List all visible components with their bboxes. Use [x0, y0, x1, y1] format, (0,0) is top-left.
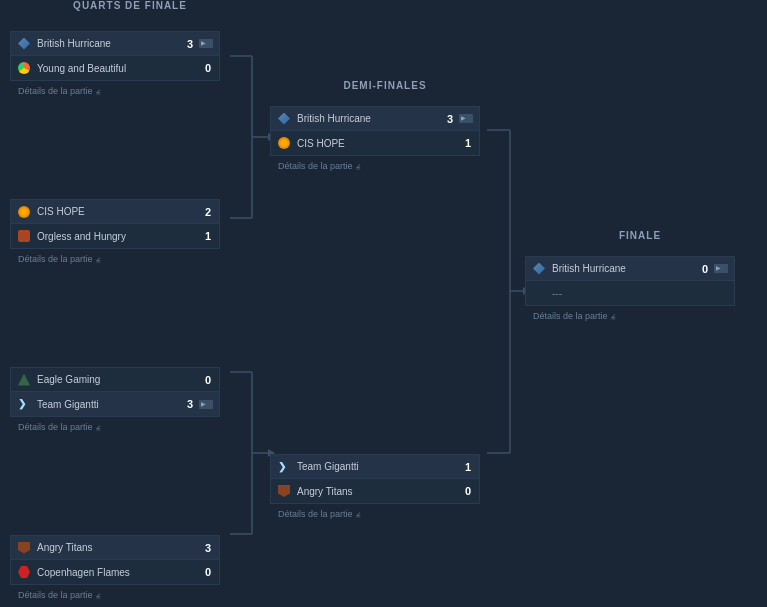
qf2-team1-score: 2	[197, 206, 211, 218]
qf2-team2-row: Orgless and Hungry 1	[11, 224, 219, 248]
qf4-team2-name: Copenhagen Flames	[37, 567, 197, 578]
qf2-chevron: ⦤	[96, 254, 101, 264]
f1-team1-name: British Hurricane	[552, 263, 694, 274]
qf3-team2-score: 3	[179, 398, 193, 410]
sf1-details-label: Détails de la partie	[278, 161, 353, 171]
f1-team1-row: British Hurricane 0	[526, 257, 734, 281]
eagle-icon-qf3t1	[17, 373, 31, 387]
sf1-team1-name: British Hurricane	[297, 113, 439, 124]
f1-team1-score: 0	[694, 263, 708, 275]
qf1-team2-name: Young and Beautiful	[37, 63, 197, 74]
qf2-details[interactable]: Détails de la partie ⦤	[10, 251, 250, 267]
sf2-team1-row: ❯ Team Gigantti 1	[271, 455, 479, 479]
sf2-team1-name: Team Gigantti	[297, 461, 457, 472]
sf-title: DEMI-FINALES	[270, 80, 500, 91]
qf1-details-label: Détails de la partie	[18, 86, 93, 96]
qf1-team1-row: British Hurricane 3	[11, 32, 219, 56]
qf2-team1-row: CIS HOPE 2	[11, 200, 219, 224]
angry-icon-qf4t1	[17, 541, 31, 555]
qf2-team1-name: CIS HOPE	[37, 206, 197, 217]
f-title: FINALE	[525, 230, 755, 241]
qf4-team1-row: Angry Titans 3	[11, 536, 219, 560]
qf3-team2-row: ❯ Team Gigantti 3	[11, 392, 219, 416]
sf1-team2-row: CIS HOPE 1	[271, 131, 479, 155]
qf-match-4: Angry Titans 3 Copenhagen Flames 0 Détai…	[10, 535, 250, 603]
qf3-team1-row: Eagle Gaming 0	[11, 368, 219, 392]
f1-details[interactable]: Détails de la partie ⦤	[525, 308, 755, 324]
orgless-icon-qf2t2	[17, 229, 31, 243]
sf2-team1-score: 1	[457, 461, 471, 473]
qf4-team2-score: 0	[197, 566, 211, 578]
sf2-team2-row: Angry Titans 0	[271, 479, 479, 503]
qf2-team2-score: 1	[197, 230, 211, 242]
qf3-team2-name: Team Gigantti	[37, 399, 179, 410]
f1-details-label: Détails de la partie	[533, 311, 608, 321]
qf-title: QUARTS DE FINALE	[10, 0, 250, 11]
cph-icon-qf4t2	[17, 565, 31, 579]
gigantti-icon-sf2t1: ❯	[277, 460, 291, 474]
qf4-details-label: Détails de la partie	[18, 590, 93, 600]
qf4-team2-row: Copenhagen Flames 0	[11, 560, 219, 584]
sf1-team2-score: 1	[457, 137, 471, 149]
f1-chevron: ⦤	[611, 311, 616, 321]
none-icon-f1t2	[532, 286, 546, 300]
gigantti-icon-qf3t2: ❯	[17, 397, 31, 411]
cis-icon-qf2t1	[17, 205, 31, 219]
sf-match-1: British Hurricane 3 CIS HOPE 1 Détails d…	[270, 106, 500, 174]
sf2-details[interactable]: Détails de la partie ⦤	[270, 506, 500, 522]
qf2-team2-name: Orgless and Hungry	[37, 231, 197, 242]
sf1-team2-name: CIS HOPE	[297, 138, 457, 149]
qf1-video-icon[interactable]	[199, 39, 213, 48]
angry-icon-sf2t2	[277, 484, 291, 498]
qf3-details[interactable]: Détails de la partie ⦤	[10, 419, 250, 435]
cis-icon-sf1t2	[277, 136, 291, 150]
qf-match-3: Eagle Gaming 0 ❯ Team Gigantti 3 Détails…	[10, 367, 250, 435]
qf-match-2: CIS HOPE 2 Orgless and Hungry 1 Détails …	[10, 199, 250, 267]
qf4-team1-score: 3	[197, 542, 211, 554]
qf1-team1-name: British Hurricane	[37, 38, 179, 49]
qf2-details-label: Détails de la partie	[18, 254, 93, 264]
sf1-video-icon[interactable]	[459, 114, 473, 123]
qf3-details-label: Détails de la partie	[18, 422, 93, 432]
sf2-team2-score: 0	[457, 485, 471, 497]
sf2-team2-name: Angry Titans	[297, 486, 457, 497]
qf4-chevron: ⦤	[96, 590, 101, 600]
sf1-chevron: ⦤	[356, 161, 361, 171]
sf-match-2: ❯ Team Gigantti 1 Angry Titans 0 Détails…	[270, 454, 500, 522]
qf1-team1-score: 3	[179, 38, 193, 50]
sf1-team1-row: British Hurricane 3	[271, 107, 479, 131]
qf3-video-icon[interactable]	[199, 400, 213, 409]
f1-team2-name: ---	[552, 288, 712, 299]
hurricane-icon-f1t1	[532, 262, 546, 276]
qf3-team1-score: 0	[197, 374, 211, 386]
sf1-team1-score: 3	[439, 113, 453, 125]
qf1-details[interactable]: Détails de la partie ⦤	[10, 83, 250, 99]
qf-match-1: British Hurricane 3 Young and Beautiful …	[10, 31, 250, 99]
qf4-team1-name: Angry Titans	[37, 542, 197, 553]
qf3-team1-name: Eagle Gaming	[37, 374, 197, 385]
hurricane-icon-sf1t1	[277, 112, 291, 126]
f-match-1: British Hurricane 0 --- Détails de la pa…	[525, 256, 755, 324]
sf1-details[interactable]: Détails de la partie ⦤	[270, 158, 500, 174]
young-icon-qf1t2	[17, 61, 31, 75]
qf1-team2-score: 0	[197, 62, 211, 74]
qf1-team2-row: Young and Beautiful 0	[11, 56, 219, 80]
sf2-chevron: ⦤	[356, 509, 361, 519]
f1-video-icon[interactable]	[714, 264, 728, 273]
qf4-details[interactable]: Détails de la partie ⦤	[10, 587, 250, 603]
sf2-details-label: Détails de la partie	[278, 509, 353, 519]
qf1-chevron: ⦤	[96, 86, 101, 96]
f1-team2-row: ---	[526, 281, 734, 305]
qf3-chevron: ⦤	[96, 422, 101, 432]
hurricane-icon-qf1t1	[17, 37, 31, 51]
